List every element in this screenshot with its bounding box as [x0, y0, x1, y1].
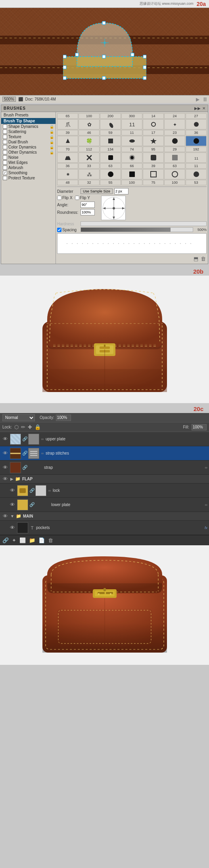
brush-size-27[interactable]: 27 [186, 113, 207, 119]
layer-link-icon[interactable]: 🔗 [2, 537, 9, 543]
sidebar-item-brush-tip-shape[interactable]: Brush Tip Shape [1, 118, 56, 124]
brush-icon-14[interactable] [186, 136, 207, 146]
brushes-close-icon[interactable]: ✕ [202, 106, 205, 110]
panel-trash-icon[interactable]: 🗑 [201, 256, 206, 262]
brush-icon-20[interactable] [164, 152, 185, 163]
brush-size-17[interactable]: 17 [143, 130, 164, 135]
brush-icon-26[interactable] [143, 169, 164, 179]
flip-y-checkbox[interactable]: Flip Y [75, 196, 90, 200]
brush-size-59[interactable]: 59 [100, 130, 121, 135]
layer-group-icon[interactable]: 📁 [29, 537, 35, 543]
layer-row-upper-plate[interactable]: 👁 🔗 ∞ upper plate [0, 432, 209, 446]
brush-icon-17[interactable] [100, 152, 121, 163]
layer-new-icon[interactable]: 📄 [38, 537, 45, 543]
layer-group-flap[interactable]: 👁 ▶ 📁 FLAP [0, 475, 209, 483]
layer-eye-lower-plate[interactable]: 👁 [9, 502, 16, 508]
layer-eye-flap[interactable]: 👁 [2, 476, 9, 482]
brush-icon-7[interactable] [186, 119, 207, 129]
brush-icon-21[interactable]: 11 [186, 152, 207, 163]
sidebar-item-wet-edges[interactable]: Wet Edges [1, 160, 56, 165]
brush-size-300[interactable]: 300 [121, 113, 142, 119]
sidebar-item-protect-texture[interactable]: Protect Texture [1, 175, 56, 181]
layer-row-pockets[interactable]: 👁 T pockets fx [0, 521, 209, 535]
brushes-menu-icon[interactable]: ▶▶ [194, 106, 201, 110]
angle-input[interactable] [81, 202, 95, 208]
sidebar-item-noise[interactable]: Noise [1, 155, 56, 160]
use-sample-size-button[interactable]: Use Sample Size [81, 188, 113, 194]
brush-icon-6[interactable]: ✦ [164, 119, 185, 129]
brush-size-39[interactable]: 39 [57, 130, 78, 135]
roundness-input[interactable] [81, 209, 95, 215]
brush-size-46[interactable]: 46 [79, 130, 100, 135]
brush-icon-23[interactable]: ⁂ [79, 169, 100, 179]
lock-all-icon[interactable]: 🔒 [35, 424, 41, 430]
sidebar-item-airbrush[interactable]: Airbrush [1, 165, 56, 170]
brush-icon-28[interactable] [186, 169, 207, 179]
brush-icon-4[interactable]: 11 [121, 119, 142, 129]
brush-icon-19[interactable] [143, 152, 164, 163]
layer-eye-upper-plate[interactable]: 👁 [2, 436, 9, 442]
layer-eye-strap-stitches[interactable]: 👁 [2, 450, 9, 456]
layer-eye-main[interactable]: 👁 [2, 513, 9, 519]
brush-icon-13[interactable] [164, 136, 185, 146]
blend-mode-select[interactable]: Normal [2, 414, 35, 421]
brush-size-36[interactable]: 36 [186, 130, 207, 135]
layer-link-lock[interactable]: 🔗 [29, 488, 34, 493]
layer-eye-lock[interactable]: 👁 [9, 487, 16, 493]
layer-style-icon[interactable]: ✦ [12, 537, 16, 543]
sidebar-item-texture[interactable]: Texture 🔒 [1, 134, 56, 139]
angle-roundness-widget[interactable] [101, 196, 126, 220]
spacing-checkbox-label[interactable]: Spacing [57, 228, 79, 232]
layer-link-lower-plate[interactable]: 🔗 [29, 502, 34, 507]
layer-row-lock[interactable]: 👁 🔗 ∞ lock [0, 483, 209, 498]
brush-icon-11[interactable] [121, 136, 142, 146]
lock-position-icon[interactable]: ✚ [28, 424, 32, 430]
layer-row-lower-plate[interactable]: 👁 🔗 lower plate ∞ [0, 498, 209, 512]
brush-size-100[interactable]: 100 [79, 113, 100, 119]
brush-icon-25[interactable] [121, 169, 142, 179]
sidebar-item-other-dynamics[interactable]: Other Dynamics 🔒 [1, 150, 56, 155]
layer-mask-icon[interactable]: ⬜ [19, 537, 26, 543]
panel-add-icon[interactable]: ⬒ [194, 256, 198, 262]
brush-icon-10[interactable] [100, 136, 121, 146]
brush-icon-18[interactable] [121, 152, 142, 163]
brush-size-11[interactable]: 11 [121, 130, 142, 135]
brush-icon-12[interactable] [143, 136, 164, 146]
layer-eye-strap[interactable]: 👁 [2, 464, 9, 470]
layer-eye-pockets[interactable]: 👁 [9, 525, 16, 531]
brush-icon-2[interactable]: ✿ [79, 119, 100, 129]
brush-icon-3[interactable] [100, 119, 121, 129]
lock-transparent-icon[interactable]: ⬡ [14, 424, 19, 430]
layer-row-strap[interactable]: 👁 🔗 strap ∞ [0, 461, 209, 475]
brush-size-24[interactable]: 24 [164, 113, 185, 119]
brush-icon-1[interactable]: 爪 [57, 119, 78, 129]
sidebar-item-dual-brush[interactable]: Dual Brush 🔒 [1, 139, 56, 145]
layer-row-strap-stitches[interactable]: 👁 🔗 ∞ strap stitches [0, 446, 209, 461]
lock-pixels-icon[interactable]: ✏ [21, 424, 25, 430]
sidebar-item-shape-dynamics[interactable]: Shape Dynamics 🔒 [1, 124, 56, 129]
brush-icon-9[interactable]: 🍀 [79, 136, 100, 146]
brush-size-200[interactable]: 200 [100, 113, 121, 119]
brush-icon-27[interactable] [164, 169, 185, 179]
brush-size-14[interactable]: 14 [143, 113, 164, 119]
opacity-input[interactable] [56, 415, 71, 421]
sidebar-item-brush-presets[interactable]: Brush Presets [1, 112, 56, 118]
brush-size-23[interactable]: 23 [164, 130, 185, 135]
brush-icon-5[interactable] [143, 119, 164, 129]
layer-link-strap-stitches[interactable]: 🔗 [22, 451, 27, 456]
diameter-input[interactable] [114, 188, 128, 194]
brush-size-65[interactable]: 65 [57, 113, 78, 119]
fill-input[interactable] [192, 424, 207, 430]
brush-icon-15[interactable] [57, 152, 78, 163]
sidebar-item-color-dynamics[interactable]: Color Dynamics 🔒 [1, 145, 56, 150]
brush-icon-22[interactable]: ⁕ [57, 169, 78, 179]
sidebar-item-smoothing[interactable]: ✓ Smoothing [1, 170, 56, 175]
layer-delete-icon[interactable]: 🗑 [48, 537, 53, 543]
brush-icon-24[interactable] [100, 169, 121, 179]
sidebar-item-scattering[interactable]: Scattering 🔒 [1, 129, 56, 134]
flip-x-checkbox[interactable]: Flip X [57, 196, 73, 200]
brush-icon-16[interactable] [79, 152, 100, 163]
brush-icon-8[interactable] [57, 136, 78, 146]
layer-group-main[interactable]: 👁 ▼ 📁 MAIN [0, 512, 209, 521]
layer-link-upper-plate[interactable]: 🔗 [22, 436, 27, 442]
